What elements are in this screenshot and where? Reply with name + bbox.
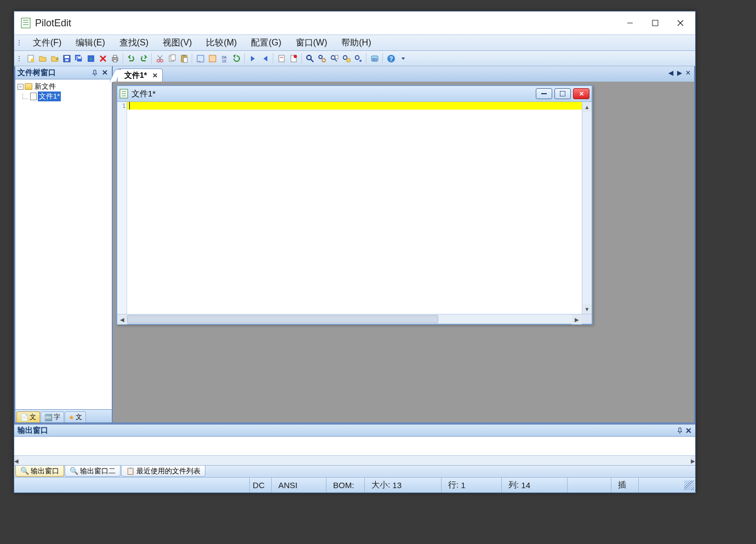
save-all-icon[interactable] <box>73 53 84 64</box>
svg-rect-46 <box>335 55 338 59</box>
pin-icon[interactable] <box>90 68 100 78</box>
tree-child-row[interactable]: 文件1* <box>18 91 110 101</box>
svg-point-9 <box>31 59 34 62</box>
tab-close-icon[interactable]: ✕ <box>151 72 159 79</box>
help-icon[interactable]: ? <box>386 53 397 64</box>
menu-compare[interactable]: 比较(M) <box>199 36 243 50</box>
horizontal-scrollbar[interactable]: ◀ ▶ <box>117 314 592 324</box>
save-icon[interactable] <box>61 53 72 64</box>
editor-minimize-button[interactable] <box>536 88 552 99</box>
svg-rect-0 <box>21 18 30 28</box>
svg-rect-21 <box>113 55 117 58</box>
output-close-icon[interactable]: ✕ <box>685 426 692 435</box>
sidebar-tab-1[interactable]: 📄文 <box>16 411 40 422</box>
close-file-icon[interactable] <box>98 53 108 64</box>
output-tab-3[interactable]: 📋最近使用的文件列表 <box>121 466 205 477</box>
tool-refresh-icon[interactable] <box>231 53 242 64</box>
menubar-grip-icon[interactable] <box>19 37 23 48</box>
sidebar-tab-3[interactable]: ★文 <box>65 411 86 422</box>
output-pin-icon[interactable] <box>677 427 683 434</box>
file-tree[interactable]: − 新文件 文件1* <box>15 79 112 409</box>
output-hscrollbar[interactable]: ◀ ▶ <box>14 455 695 465</box>
vertical-scrollbar[interactable]: ▲ ▼ <box>582 102 592 314</box>
menu-help[interactable]: 帮助(H) <box>335 36 377 50</box>
svg-text:80: 80 <box>373 57 377 62</box>
arrow-right-icon[interactable] <box>248 53 259 64</box>
find-in-files-2-icon[interactable] <box>341 53 352 64</box>
tree-root-row[interactable]: − 新文件 <box>18 82 110 91</box>
scroll-right-icon[interactable]: ▶ <box>572 314 582 324</box>
menu-window[interactable]: 窗口(W) <box>289 36 334 50</box>
tab-next-icon[interactable]: ▶ <box>675 68 683 77</box>
hscroll-track[interactable] <box>127 314 572 324</box>
menu-view[interactable]: 视图(V) <box>156 36 198 50</box>
menu-edit[interactable]: 编辑(E) <box>69 36 111 50</box>
scroll-up-icon[interactable]: ▲ <box>582 102 592 112</box>
open-folder-icon[interactable] <box>49 53 60 64</box>
out-scroll-right-icon[interactable]: ▶ <box>691 456 695 466</box>
scroll-track[interactable] <box>582 112 592 304</box>
binoculars-icon: 🔍 <box>20 467 29 475</box>
svg-point-23 <box>157 59 160 62</box>
tool-b-icon[interactable] <box>207 53 218 64</box>
scroll-corner <box>582 314 592 324</box>
out-hscroll-track[interactable] <box>19 456 691 465</box>
hscroll-thumb[interactable] <box>127 315 438 323</box>
tab-close-all-icon[interactable]: ✕ <box>684 68 692 77</box>
binoculars-icon: 🔍 <box>70 467 78 475</box>
toolbar: + 0A10 80 ? <box>14 51 695 66</box>
menu-file[interactable]: 文件(F) <box>26 36 68 50</box>
find-icon[interactable] <box>305 53 316 64</box>
tool-a-icon[interactable] <box>195 53 206 64</box>
toolbar-grip-icon[interactable] <box>19 53 23 64</box>
svg-rect-31 <box>184 58 187 62</box>
column-mode-icon[interactable]: 80 <box>369 53 380 64</box>
output-tab-1[interactable]: 🔍输出窗口 <box>15 466 64 477</box>
current-line-highlight <box>127 102 582 110</box>
resize-grip-icon[interactable] <box>684 480 694 490</box>
close-button[interactable] <box>668 14 693 32</box>
editor-body[interactable] <box>127 102 582 314</box>
tree-root-label: 新文件 <box>33 82 57 91</box>
statusbar: DC ANSI BOM: 大小: 13 行: 1 列: 14 插 <box>14 477 695 493</box>
tool-sort-icon[interactable]: 0A10 <box>219 53 230 64</box>
scroll-left-icon[interactable]: ◀ <box>117 314 127 324</box>
find-replace-icon[interactable] <box>317 53 328 64</box>
print-icon[interactable] <box>110 53 121 64</box>
menu-config[interactable]: 配置(G) <box>244 36 288 50</box>
out-scroll-left-icon[interactable]: ◀ <box>14 456 19 466</box>
document-tab[interactable]: 文件1* ✕ <box>117 68 163 82</box>
tab-prev-icon[interactable]: ◀ <box>667 68 674 77</box>
dropdown-icon[interactable] <box>398 53 409 64</box>
undo-icon[interactable] <box>126 53 137 64</box>
editor-titlebar[interactable]: 文件1* ✕ <box>117 86 592 101</box>
minimize-button[interactable] <box>617 14 643 32</box>
editor-close-button[interactable]: ✕ <box>573 88 589 99</box>
menu-find[interactable]: 查找(S) <box>113 36 155 50</box>
new-file-icon[interactable] <box>25 53 36 64</box>
redo-icon[interactable] <box>138 53 149 64</box>
svg-text:0A: 0A <box>222 55 227 59</box>
paste-icon[interactable] <box>179 53 190 64</box>
arrow-left-icon[interactable] <box>260 53 271 64</box>
editor-maximize-button[interactable] <box>554 88 571 99</box>
copy-icon[interactable] <box>167 53 177 64</box>
collapse-icon[interactable]: − <box>18 84 24 90</box>
save-plus-icon[interactable]: + <box>85 53 96 64</box>
text-editor[interactable]: 1 ▲ ▼ <box>117 101 592 314</box>
tool-doc2-icon[interactable] <box>288 53 299 64</box>
close-panel-icon[interactable]: ✕ <box>100 68 110 78</box>
sidebar-tab-2[interactable]: 🔤字 <box>41 411 64 422</box>
find-advanced-icon[interactable] <box>353 53 364 64</box>
svg-line-45 <box>335 59 337 61</box>
output-tab-2[interactable]: 🔍输出窗口二 <box>65 466 121 477</box>
svg-rect-11 <box>65 56 69 58</box>
open-file-icon[interactable] <box>37 53 48 64</box>
output-body[interactable] <box>14 437 695 455</box>
cut-icon[interactable] <box>154 53 165 64</box>
find-in-files-icon[interactable] <box>329 53 340 64</box>
tool-doc-icon[interactable] <box>276 53 287 64</box>
svg-rect-28 <box>171 55 175 60</box>
maximize-button[interactable] <box>643 14 668 32</box>
scroll-down-icon[interactable]: ▼ <box>582 304 592 314</box>
